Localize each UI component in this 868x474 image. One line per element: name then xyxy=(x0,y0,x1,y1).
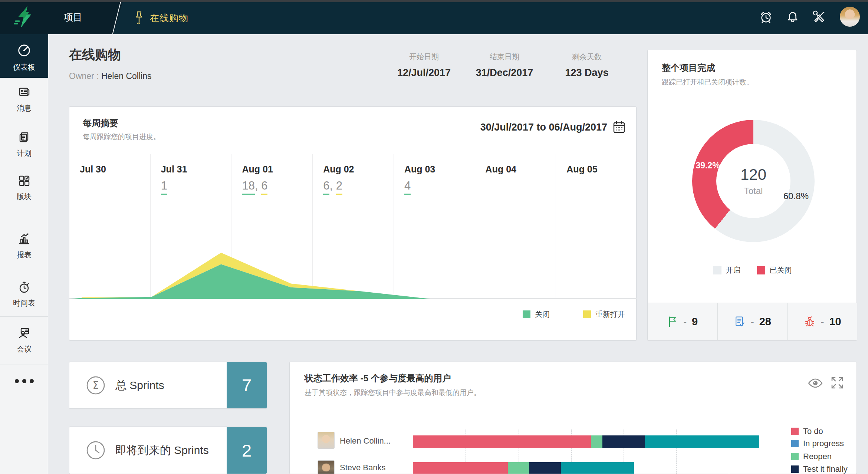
expand-icon[interactable] xyxy=(831,376,844,389)
bar-segment[interactable] xyxy=(602,435,645,448)
owner-name: Helen Collins xyxy=(101,71,152,81)
total-sprints-count: 7 xyxy=(227,362,267,408)
stat-separator: - xyxy=(683,316,687,327)
clock-icon xyxy=(86,440,106,460)
weekly-summary-subtitle: 每周跟踪您的项目进度。 xyxy=(83,132,160,142)
status-efficiency-card: 状态工作效率 -5 个参与度最高的用户 基于其项状态，跟踪您项目中参与度最高和最… xyxy=(289,362,857,474)
weekly-column-date: Aug 02 xyxy=(323,164,394,175)
legend-swatch xyxy=(523,310,530,318)
weekly-column-jul-30[interactable]: Jul 30 xyxy=(69,154,150,298)
legend-item[interactable]: 关闭 xyxy=(523,309,550,319)
bar-segment[interactable] xyxy=(591,435,602,448)
legend-label: 已关闭 xyxy=(770,265,792,275)
end-date-block: 结束日期 31/Dec/2017 xyxy=(464,52,545,79)
legend-item[interactable]: 开启 xyxy=(713,265,741,275)
stat-value: 9 xyxy=(692,316,698,328)
more-options-ellipsis-icon[interactable] xyxy=(0,372,48,389)
legend-swatch xyxy=(713,266,721,274)
weekly-column-date: Jul 31 xyxy=(161,164,231,175)
stat-value: 10 xyxy=(829,316,841,328)
legend-item[interactable]: 重新打开 xyxy=(583,309,625,319)
calendar-icon[interactable] xyxy=(612,120,626,134)
sidebar-divider xyxy=(0,316,48,317)
value-separator: , xyxy=(329,179,336,192)
reopened-count: 2 xyxy=(336,179,342,195)
legend-item[interactable]: To do xyxy=(791,427,823,436)
bar-segment[interactable] xyxy=(413,462,508,474)
legend-item[interactable]: Reopen xyxy=(791,452,832,461)
upcoming-sprints-label: 即将到来的 Sprints xyxy=(115,443,209,458)
weekly-column-aug-04[interactable]: Aug 04 xyxy=(475,154,556,298)
bar-segment[interactable] xyxy=(561,462,634,474)
alarm-clock-icon[interactable] xyxy=(759,10,773,24)
flag-icon xyxy=(667,315,678,328)
sidebar-item-timesheet[interactable]: 时间表 xyxy=(0,280,48,308)
total-label: Total xyxy=(716,186,790,196)
week-range-picker[interactable]: 30/Jul/2017 to 06/Aug/2017 xyxy=(480,120,626,134)
project-completion-card: 整个项目完成 跟踪已打开和已关闭项计数。 39.2% 60.8% 120 Tot… xyxy=(647,50,857,340)
days-left-value: 123 Days xyxy=(546,67,628,79)
owner-label: Owner : xyxy=(69,71,99,81)
sidebar: 仪表板 消息 计划 版块 xyxy=(0,34,48,474)
stacked-bar[interactable] xyxy=(413,435,759,448)
reopened-count: 6 xyxy=(261,179,267,195)
total-sprints-label: 总 Sprints xyxy=(115,378,164,393)
legend-label: Reopen xyxy=(803,452,832,461)
weekly-column-date: Aug 05 xyxy=(566,164,637,175)
user-avatar[interactable] xyxy=(839,6,861,27)
page-title: 在线购物 xyxy=(69,46,121,63)
sidebar-item-dashboard[interactable]: 仪表板 xyxy=(0,34,48,78)
status-efficiency-title: 状态工作效率 -5 个参与度最高的用户 xyxy=(305,372,451,384)
breadcrumb-current-project[interactable]: 在线购物 xyxy=(150,0,188,34)
weekly-column-aug-05[interactable]: Aug 05 xyxy=(556,154,637,298)
legend-item[interactable]: In progress xyxy=(791,439,844,448)
status-efficiency-subtitle: 基于其项状态，跟踪您项目中参与度最高和最低的用户。 xyxy=(305,388,481,398)
sidebar-item-reports[interactable]: 报表 xyxy=(0,231,48,260)
nav-projects-tab[interactable]: 项目 xyxy=(64,0,82,34)
weekly-column-aug-03[interactable]: Aug 034 xyxy=(394,154,475,298)
weekly-column-aug-01[interactable]: Aug 0118, 6 xyxy=(231,154,312,298)
start-date-value: 12/Jul/2017 xyxy=(383,67,465,79)
legend-swatch xyxy=(791,428,799,435)
epics-stat[interactable]: - 9 xyxy=(648,303,717,340)
upcoming-sprints-card[interactable]: 即将到来的 Sprints 2 xyxy=(69,427,267,474)
sidebar-item-board[interactable]: 版块 xyxy=(0,173,48,202)
sidebar-item-meeting[interactable]: 会议 xyxy=(0,326,48,354)
weekly-column-values: 18, 6 xyxy=(242,179,312,195)
legend-item[interactable]: Test it finally xyxy=(791,464,848,474)
stat-separator: - xyxy=(821,316,824,327)
total-sprints-card[interactable]: Σ 总 Sprints 7 xyxy=(69,362,267,409)
sidebar-item-feed[interactable]: 消息 xyxy=(0,85,48,113)
week-range-text: 30/Jul/2017 to 06/Aug/2017 xyxy=(480,122,607,133)
bar-segment[interactable] xyxy=(645,435,759,448)
legend-label: To do xyxy=(803,427,823,436)
user-photo xyxy=(318,432,335,449)
legend-swatch xyxy=(791,465,799,473)
sprints-logo-icon[interactable] xyxy=(13,5,37,29)
closed-count: 18 xyxy=(242,179,254,195)
topbar: 项目 在线购物 xyxy=(0,0,868,34)
closed-count: 4 xyxy=(404,179,411,195)
bar-segment[interactable] xyxy=(529,462,561,474)
legend-swatch xyxy=(791,453,799,460)
bar-segment[interactable] xyxy=(508,462,529,474)
eye-icon[interactable] xyxy=(808,378,823,389)
start-date-label: 开始日期 xyxy=(383,52,465,62)
feed-news-icon xyxy=(17,85,32,99)
weekly-column-aug-02[interactable]: Aug 026, 2 xyxy=(312,154,394,298)
svg-text:Σ: Σ xyxy=(93,380,99,391)
plan-docs-icon xyxy=(17,130,32,145)
sidebar-item-plan[interactable]: 计划 xyxy=(0,130,48,158)
weekly-summary-title: 每周摘要 xyxy=(83,117,118,129)
legend-item[interactable]: 已关闭 xyxy=(757,265,792,275)
bell-icon[interactable] xyxy=(786,10,800,24)
weekly-column-jul-31[interactable]: Jul 311 xyxy=(150,154,231,298)
bar-segment[interactable] xyxy=(413,435,591,448)
completion-subtitle: 跟踪已打开和已关闭项计数。 xyxy=(662,78,753,87)
end-date-value: 31/Dec/2017 xyxy=(464,67,545,79)
weekly-column-date: Aug 04 xyxy=(486,164,556,175)
stories-stat[interactable]: - 28 xyxy=(717,303,788,340)
bugs-stat[interactable]: - 10 xyxy=(787,303,857,340)
stacked-bar[interactable] xyxy=(413,462,634,474)
tools-icon[interactable] xyxy=(812,10,826,24)
